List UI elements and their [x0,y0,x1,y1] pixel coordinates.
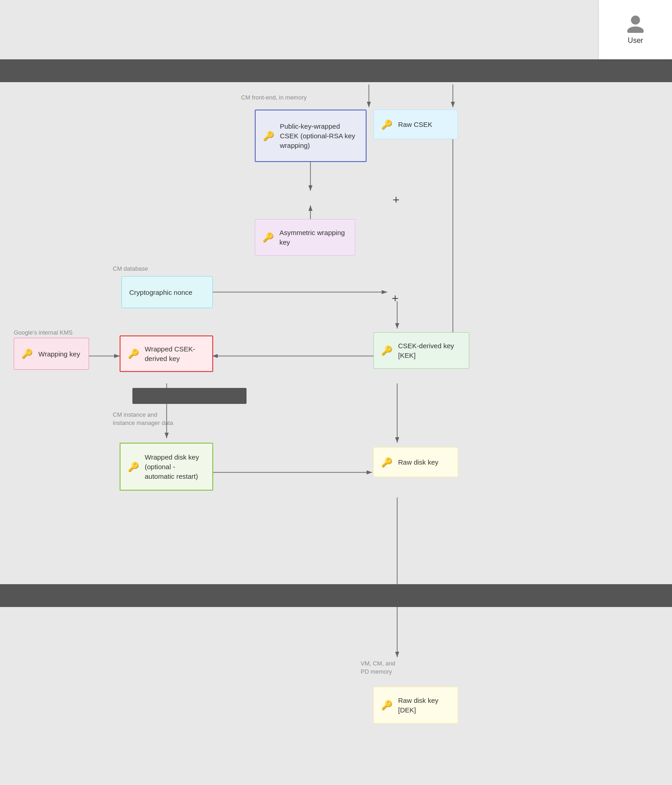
wrapped-csek-derived-label: Wrapped CSEK-derived key [145,344,205,363]
cm-database-label: CM database [113,265,148,273]
dark-bar-bottom [0,584,672,607]
user-card: User [599,0,672,59]
crypto-nonce-box: Cryptographic nonce [121,276,213,308]
dark-bar-top [0,59,672,82]
top-header: User [0,0,672,59]
svg-point-0 [631,16,640,25]
key-icon-public: 🔑 [263,130,274,142]
cm-instance-label: CM instance and instance manager data [113,411,173,427]
raw-disk-key-label: Raw disk key [398,457,438,467]
cm-frontend-label: CM front-end, in memory [241,94,307,102]
key-icon-wrapped-csek: 🔑 [128,347,139,360]
wrapping-key-label: Wrapping key [38,349,80,359]
csek-derived-kek-box: 🔑 CSEK-derived key [KEK] [373,332,469,369]
public-key-wrapped-box: 🔑 Public-key-wrapped CSEK (optional-RSA … [255,110,367,162]
csek-derived-kek-label: CSEK-derived key [KEK] [398,341,462,360]
key-icon-raw-disk: 🔑 [381,456,393,469]
user-icon [626,15,645,33]
wrapped-disk-key-label: Wrapped disk key (optional - automatic r… [145,452,205,481]
public-key-wrapped-label: Public-key-wrapped CSEK (optional-RSA ke… [280,121,358,150]
raw-disk-key-box: 🔑 Raw disk key [373,447,458,477]
raw-disk-key-dek-label: Raw disk key [DEK] [398,696,450,715]
wrapping-key-box: 🔑 Wrapping key [14,338,89,370]
plus-sign-2: + [392,291,399,305]
wrapped-csek-derived-box: 🔑 Wrapped CSEK-derived key [120,335,213,372]
asymmetric-wrapping-box: 🔑 Asymmetric wrapping key [255,219,355,256]
key-icon-asym: 🔑 [262,231,274,244]
crypto-nonce-label: Cryptographic nonce [129,288,192,297]
vm-cm-pd-label: VM, CM, and PD memory [361,659,395,676]
key-icon-csek-kek: 🔑 [381,344,393,357]
redacted-bar [132,388,247,404]
plus-sign-1: + [393,193,399,207]
key-icon-wrapped-disk: 🔑 [128,461,139,473]
raw-csek-label: Raw CSEK [398,120,432,129]
user-label: User [628,37,643,45]
bottom-arrows [0,607,672,785]
bottom-area: VM, CM, and PD memory 🔑 Raw disk key [DE… [0,607,672,785]
key-icon-raw-disk-dek: 🔑 [381,699,393,712]
google-kms-label: Google's internal KMS [14,329,73,337]
wrapped-disk-key-box: 🔑 Wrapped disk key (optional - automatic… [120,443,213,491]
raw-csek-box: 🔑 Raw CSEK [373,110,458,139]
raw-disk-key-dek-box: 🔑 Raw disk key [DEK] [373,687,458,723]
svg-point-1 [627,26,644,33]
diagram-area: CM front-end, in memory 🔑 Public-key-wra… [0,82,672,584]
key-icon-raw-csek: 🔑 [381,118,393,131]
key-icon-wrapping: 🔑 [21,347,33,360]
asymmetric-wrapping-label: Asymmetric wrapping key [279,228,347,247]
